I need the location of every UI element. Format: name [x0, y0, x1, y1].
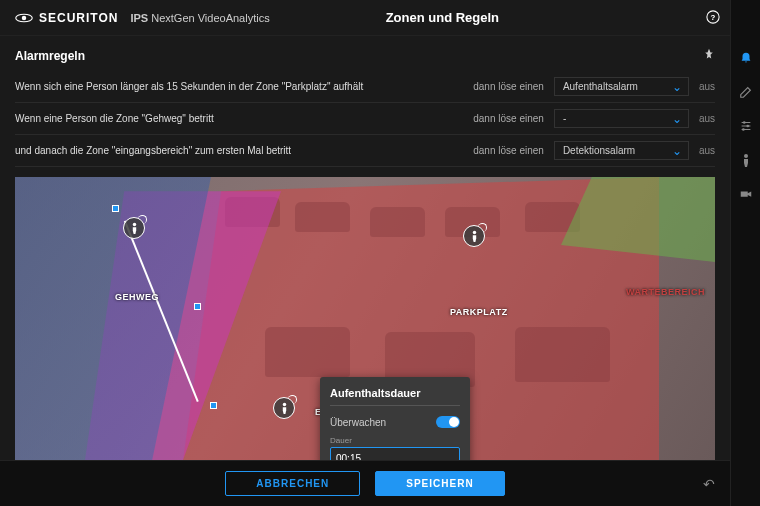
svg-point-9: [742, 128, 745, 131]
section-header: Alarmregeln: [0, 36, 730, 71]
video-canvas[interactable]: GEHWEG PARKPLATZ EINGANGSBEREICH WARTEBE…: [15, 177, 715, 460]
help-icon[interactable]: ?: [706, 10, 720, 26]
person-marker[interactable]: [273, 397, 295, 419]
person-icon[interactable]: [738, 152, 754, 168]
zone-handle[interactable]: [112, 205, 119, 212]
undo-icon[interactable]: ↶: [703, 476, 715, 492]
rules-list: Wenn sich eine Person länger als 15 Seku…: [0, 71, 730, 167]
cancel-button[interactable]: ABBRECHEN: [225, 471, 360, 496]
zone-label-gehweg: GEHWEG: [115, 292, 159, 302]
svg-point-7: [742, 121, 745, 124]
brand-text: SECURITON: [39, 11, 118, 25]
svg-point-1: [22, 15, 27, 20]
zone-label-warten: WARTEBEREICH: [626, 287, 705, 297]
alarm-type-select[interactable]: Aufenthaltsalarm: [554, 77, 689, 96]
svg-point-5: [472, 231, 475, 234]
rule-condition: Wenn sich eine Person länger als 15 Seku…: [15, 81, 473, 92]
header: SECURITON IPS NextGen VideoAnalytics Zon…: [0, 0, 730, 36]
alarm-type-select[interactable]: Detektionsalarm: [554, 141, 689, 160]
monitor-toggle[interactable]: [436, 416, 460, 428]
duration-popup: Aufenthaltsdauer Überwachen Dauer: [320, 377, 470, 460]
svg-text:?: ?: [711, 13, 716, 22]
zone-label-parkplatz: PARKPLATZ: [450, 307, 508, 317]
bell-icon[interactable]: [738, 50, 754, 66]
logo: SECURITON IPS NextGen VideoAnalytics: [15, 11, 270, 25]
rule-condition: Wenn eine Person die Zone "Gehweg" betri…: [15, 113, 473, 124]
rule-suffix: aus: [699, 81, 715, 92]
duration-input[interactable]: [330, 447, 460, 460]
rule-row: und danach die Zone "eingangsbereich" zu…: [15, 135, 715, 167]
rule-row: Wenn sich eine Person länger als 15 Seku…: [15, 71, 715, 103]
pin-icon[interactable]: [703, 48, 715, 63]
rule-row: Wenn eine Person die Zone "Gehweg" betri…: [15, 103, 715, 135]
rule-suffix: aus: [699, 145, 715, 156]
alarm-type-select[interactable]: -: [554, 109, 689, 128]
footer: ABBRECHEN SPEICHERN ↶: [0, 460, 730, 506]
eye-icon: [15, 13, 33, 23]
camera-icon[interactable]: [738, 186, 754, 202]
svg-point-4: [132, 223, 135, 226]
popup-title: Aufenthaltsdauer: [330, 387, 460, 406]
rule-suffix: aus: [699, 113, 715, 124]
zone-handle[interactable]: [210, 402, 217, 409]
edit-icon[interactable]: [738, 84, 754, 100]
svg-point-8: [746, 125, 749, 128]
save-button[interactable]: SPEICHERN: [375, 471, 504, 496]
rule-action-label: dann löse einen: [473, 113, 544, 124]
monitor-label: Überwachen: [330, 417, 386, 428]
person-marker[interactable]: [123, 217, 145, 239]
rule-condition: und danach die Zone "eingangsbereich" zu…: [15, 145, 473, 156]
sidebar: [730, 0, 760, 506]
svg-point-10: [744, 154, 748, 158]
rule-action-label: dann löse einen: [473, 145, 544, 156]
zone-handle[interactable]: [194, 303, 201, 310]
svg-point-6: [282, 403, 285, 406]
sliders-icon[interactable]: [738, 118, 754, 134]
page-title: Zonen und Regeln: [270, 10, 715, 25]
person-marker[interactable]: [463, 225, 485, 247]
duration-label: Dauer: [330, 436, 460, 445]
rule-action-label: dann löse einen: [473, 81, 544, 92]
